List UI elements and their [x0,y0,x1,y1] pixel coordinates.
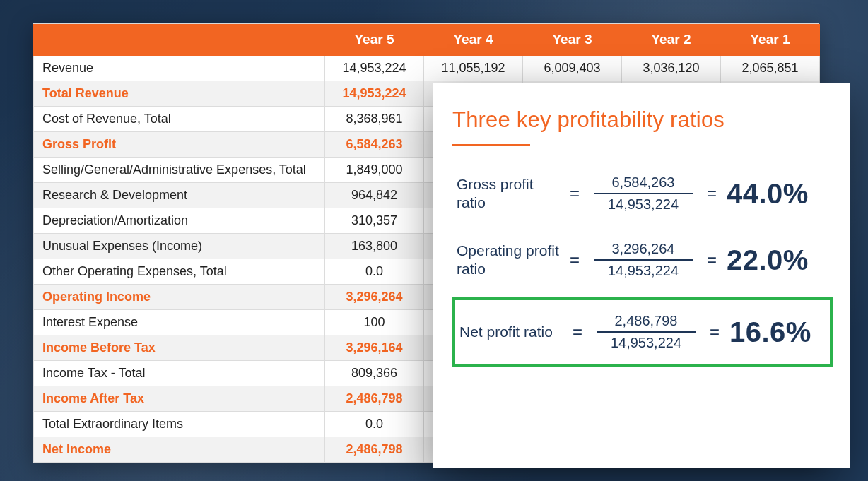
card-title-rule [452,144,530,146]
row-label: Interest Expense [34,310,325,335]
ratios-list: Gross profit ratio=6,584,26314,953,224=4… [452,165,833,367]
row-value: 0.0 [325,259,424,285]
row-label: Research & Development [34,183,325,208]
row-label: Net Income [34,437,325,463]
row-label: Revenue [34,56,325,81]
ratios-card: Three key profitability ratios Gross pro… [433,83,850,468]
header-year: Year 4 [424,25,523,56]
row-label: Selling/General/Administrative Expenses,… [34,158,325,183]
row-value: 2,486,798 [325,437,424,463]
row-value: 2,486,798 [325,386,424,412]
row-value: 3,036,120 [622,56,721,81]
ratio-percent: 22.0% [727,244,809,276]
ratio-percent: 44.0% [727,178,809,210]
row-value: 11,055,192 [424,56,523,81]
fraction-numerator: 3,296,264 [612,241,675,259]
row-label: Income Before Tax [34,335,325,361]
row-label: Gross Profit [34,132,325,158]
row-label: Total Extraordinary Items [34,412,325,437]
row-value: 14,953,224 [325,56,424,81]
row-value: 6,584,263 [325,132,424,158]
header-year: Year 5 [325,25,424,56]
row-value: 2,065,851 [721,56,820,81]
equals-sign: = [563,250,587,270]
row-label: Unusual Expenses (Income) [34,234,325,259]
row-value: 0.0 [325,412,424,437]
equals-sign: = [563,184,587,203]
table-row: Revenue14,953,22411,055,1926,009,4033,03… [34,56,820,81]
header-year: Year 2 [622,25,721,56]
ratio-fraction: 6,584,26314,953,224 [587,174,700,213]
row-label: Income Tax - Total [34,361,325,386]
equals-sign: = [700,250,724,270]
row-label: Income After Tax [34,386,325,412]
fraction-numerator: 6,584,263 [612,174,675,193]
row-value: 6,009,403 [523,56,622,81]
row-value: 964,842 [325,183,424,208]
fraction-denominator: 14,953,224 [608,261,679,279]
row-value: 100 [325,310,424,335]
equals-sign: = [565,322,590,342]
ratio-label: Net profit ratio [459,323,565,341]
ratio-percent: 16.6% [729,316,811,348]
row-value: 3,296,264 [325,285,424,310]
row-value: 14,953,224 [325,81,424,107]
row-label: Cost of Revenue, Total [34,107,325,132]
ratio-fraction: 2,486,79814,953,224 [590,313,703,351]
row-value: 163,800 [325,234,424,259]
row-value: 1,849,000 [325,158,424,183]
fraction-numerator: 2,486,798 [615,313,678,331]
table-header: Year 5 Year 4 Year 3 Year 2 Year 1 [34,25,820,56]
ratio-row: Gross profit ratio=6,584,26314,953,224=4… [452,165,833,222]
row-label: Operating Income [34,285,325,310]
row-label: Depreciation/Amortization [34,208,325,234]
row-label: Other Operating Expenses, Total [34,259,325,285]
ratio-label: Operating profit ratio [457,242,563,279]
card-title: Three key profitability ratios [452,107,833,133]
ratio-label: Gross profit ratio [457,175,563,213]
row-value: 3,296,164 [325,335,424,361]
ratio-fraction: 3,296,26414,953,224 [587,241,700,279]
ratio-row: Operating profit ratio=3,296,26414,953,2… [452,231,833,289]
header-year: Year 3 [523,25,622,56]
row-value: 8,368,961 [325,107,424,132]
ratio-row: Net profit ratio=2,486,79814,953,224=16.… [452,297,833,367]
header-year: Year 1 [721,25,820,56]
row-value: 310,357 [325,208,424,234]
row-label: Total Revenue [34,81,325,107]
fraction-denominator: 14,953,224 [611,333,681,351]
row-value: 809,366 [325,361,424,386]
equals-sign: = [700,184,724,203]
header-blank [34,25,325,56]
equals-sign: = [703,322,727,342]
fraction-denominator: 14,953,224 [608,194,679,213]
